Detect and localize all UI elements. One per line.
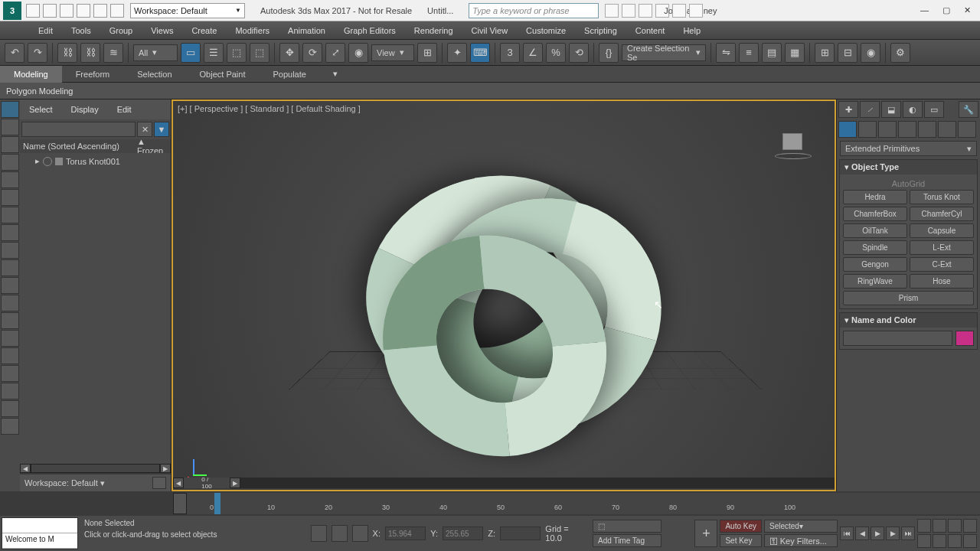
scene-search-input[interactable] bbox=[21, 122, 136, 137]
rotate-button[interactable]: ⟳ bbox=[302, 43, 322, 63]
maxscript-mini-listener[interactable]: Welcome to M bbox=[2, 517, 78, 549]
cmd-hierarchy-icon[interactable]: ⬓ bbox=[881, 101, 901, 118]
clear-search-icon[interactable]: ✕ bbox=[137, 122, 152, 137]
minimize-button[interactable]: — bbox=[920, 5, 929, 15]
menu-civil-view[interactable]: Civil View bbox=[462, 21, 517, 40]
rollout-header-name-color[interactable]: Name and Color bbox=[840, 313, 977, 328]
next-frame-icon[interactable]: ▶ bbox=[886, 527, 900, 540]
filter-bone-icon[interactable] bbox=[1, 259, 19, 276]
btn-capsule[interactable]: Capsule bbox=[910, 223, 974, 238]
menu-modifiers[interactable]: Modifiers bbox=[226, 21, 279, 40]
subscription-icon[interactable] bbox=[622, 4, 635, 18]
menu-content[interactable]: Content bbox=[626, 21, 675, 40]
goto-end-icon[interactable]: ⏭ bbox=[901, 527, 915, 540]
menu-graph-editors[interactable]: Graph Editors bbox=[335, 21, 405, 40]
filter-frozen-icon[interactable] bbox=[1, 295, 19, 311]
object-name-input[interactable] bbox=[843, 331, 952, 346]
ribbon-panel-label[interactable]: Polygon Modeling bbox=[0, 83, 980, 99]
named-selection-set-combo[interactable]: Create Selection Se bbox=[622, 44, 706, 61]
scroll-left-icon[interactable]: ◀ bbox=[20, 464, 31, 473]
viewport-perspective[interactable]: [+] [ Perspective ] [ Standard ] [ Defau… bbox=[172, 99, 836, 491]
viewport-timebar[interactable]: ◀ 0 / 100 ▶ bbox=[173, 478, 835, 490]
scene-tab-edit[interactable]: Edit bbox=[108, 99, 141, 119]
selection-filter-combo[interactable]: All bbox=[133, 44, 178, 61]
menu-scripting[interactable]: Scripting bbox=[575, 21, 626, 40]
filter-c-icon[interactable] bbox=[1, 365, 19, 382]
menu-rendering[interactable]: Rendering bbox=[405, 21, 462, 40]
time-slider[interactable]: 0 10 20 30 40 50 60 70 80 90 100 bbox=[173, 491, 980, 516]
filter-search-icon[interactable]: ▼ bbox=[154, 122, 169, 137]
filter-cameras-icon[interactable] bbox=[1, 171, 19, 188]
filter-containers-icon[interactable] bbox=[1, 277, 19, 294]
signed-in-user[interactable]: JoshuaKinney bbox=[655, 4, 669, 18]
curve-editor-button[interactable]: ⊞ bbox=[815, 43, 835, 63]
keyboard-shortcut-toggle[interactable]: ⌨ bbox=[470, 43, 490, 63]
filter-groups-icon[interactable] bbox=[1, 224, 19, 241]
open-file-icon[interactable] bbox=[43, 4, 57, 18]
cat-helpers-icon[interactable] bbox=[918, 121, 936, 138]
link-button[interactable]: ⛓ bbox=[57, 43, 77, 63]
isolate-icon[interactable] bbox=[332, 525, 348, 542]
ribbon-tab-freeform[interactable]: Freeform bbox=[62, 66, 124, 83]
filter-geometry-icon[interactable] bbox=[1, 119, 19, 135]
cmd-modify-icon[interactable]: ⟋ bbox=[860, 101, 880, 118]
zoom-extents-all-icon[interactable] bbox=[963, 519, 977, 533]
scroll-track[interactable] bbox=[31, 464, 160, 473]
time-left-icon[interactable]: ◀ bbox=[173, 478, 184, 488]
layer-toggle-icon[interactable] bbox=[152, 477, 166, 489]
cat-systems-icon[interactable] bbox=[958, 121, 976, 138]
maximize-viewport-icon[interactable] bbox=[963, 534, 977, 548]
pan-icon[interactable] bbox=[917, 534, 931, 548]
scale-button[interactable]: ⤢ bbox=[325, 43, 345, 63]
goto-start-icon[interactable]: ⏮ bbox=[840, 527, 854, 540]
exchange-icon[interactable] bbox=[672, 4, 686, 18]
list-item[interactable]: ▸ Torus Knot001 bbox=[23, 155, 168, 168]
redo-icon[interactable] bbox=[93, 4, 107, 18]
filter-all-icon[interactable] bbox=[1, 101, 19, 118]
unlink-button[interactable]: ⛓ bbox=[80, 43, 100, 63]
expand-icon[interactable]: ▸ bbox=[35, 156, 40, 166]
viewport-canvas[interactable] bbox=[173, 101, 835, 490]
cmd-motion-icon[interactable]: ◐ bbox=[903, 101, 923, 118]
schematic-view-button[interactable]: ⊟ bbox=[838, 43, 858, 63]
undo-button[interactable]: ↶ bbox=[5, 43, 24, 63]
filter-d-icon[interactable] bbox=[1, 383, 19, 399]
ribbon-tab-modeling[interactable]: Modeling bbox=[0, 66, 62, 83]
scene-list-header[interactable]: Name (Sorted Ascending) ▲ Frozen bbox=[20, 139, 171, 153]
scene-list[interactable]: ▸ Torus Knot001 bbox=[20, 153, 171, 464]
btn-chamfercyl[interactable]: ChamferCyl bbox=[910, 207, 974, 221]
snap-toggle-button[interactable]: 3 bbox=[500, 43, 520, 63]
window-crossing-button[interactable]: ⬚ bbox=[250, 43, 270, 63]
toggle-ribbon-button[interactable]: ▦ bbox=[785, 43, 805, 63]
btn-torus-knot[interactable]: Torus Knot bbox=[910, 190, 974, 204]
header-name-col[interactable]: Name (Sorted Ascending) bbox=[23, 142, 137, 151]
lock-selection-icon[interactable] bbox=[311, 525, 327, 542]
y-input[interactable]: 255.65 bbox=[443, 527, 483, 540]
key-filters-combo[interactable]: Selected bbox=[764, 520, 838, 533]
workspace-label[interactable]: Workspace: Default bbox=[24, 478, 105, 488]
workspace-selector[interactable]: Workspace: Default bbox=[130, 3, 245, 18]
color-swatch[interactable] bbox=[956, 331, 974, 346]
redo-button[interactable]: ↷ bbox=[28, 43, 47, 63]
rect-region-button[interactable]: ⬚ bbox=[227, 43, 247, 63]
ribbon-tab-selection[interactable]: Selection bbox=[123, 66, 185, 83]
project-icon[interactable] bbox=[110, 4, 124, 18]
autogrid-checkbox[interactable]: AutoGrid bbox=[843, 178, 974, 190]
time-track[interactable] bbox=[240, 478, 835, 488]
help-icon[interactable] bbox=[689, 4, 703, 18]
rollout-header-object-type[interactable]: Object Type bbox=[840, 160, 977, 174]
angle-snap-button[interactable]: ∠ bbox=[523, 43, 543, 63]
btn-oiltank[interactable]: OilTank bbox=[843, 223, 907, 238]
layer-explorer-button[interactable]: ▤ bbox=[762, 43, 782, 63]
listener-line2[interactable]: Welcome to M bbox=[2, 533, 77, 549]
time-tag-icon[interactable]: ⬚ bbox=[593, 520, 662, 533]
spinner-snap-button[interactable]: ⟲ bbox=[569, 43, 589, 63]
select-object-button[interactable]: ▭ bbox=[181, 43, 201, 63]
visibility-icon[interactable] bbox=[43, 157, 52, 166]
torus-knot-object[interactable] bbox=[334, 155, 671, 484]
help-search-input[interactable]: Type a keyword or phrase bbox=[469, 3, 599, 18]
ribbon-expand-icon[interactable]: ▾ bbox=[328, 69, 343, 79]
select-by-name-button[interactable]: ☰ bbox=[204, 43, 224, 63]
auto-key-button[interactable]: Auto Key bbox=[720, 520, 762, 533]
add-time-tag-button[interactable]: Add Time Tag bbox=[593, 534, 662, 547]
